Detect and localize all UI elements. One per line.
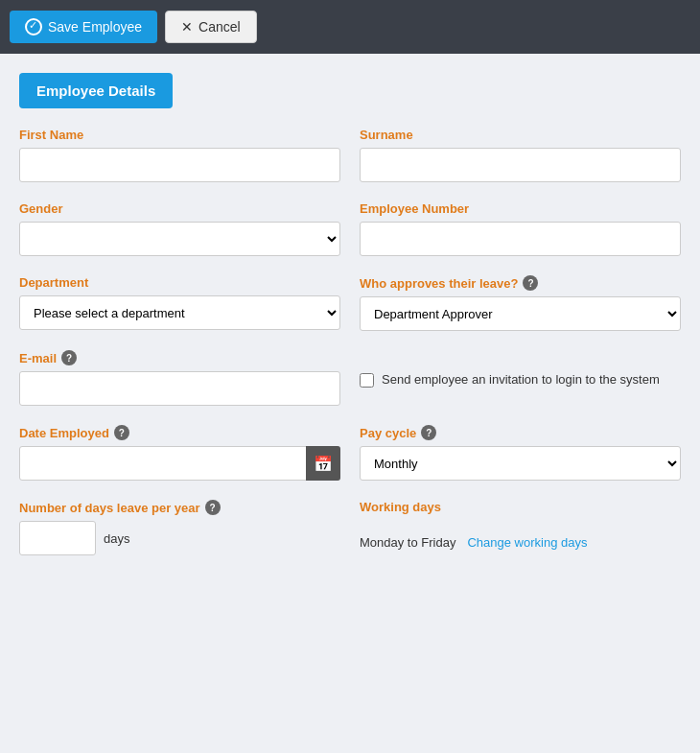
- date-employed-label: Date Employed ?: [19, 425, 340, 440]
- gender-select[interactable]: Male Female Other: [19, 222, 340, 256]
- pay-cycle-help-icon[interactable]: ?: [421, 425, 436, 440]
- department-group: Department Please select a department: [19, 275, 340, 331]
- cancel-x-icon: ✕: [181, 19, 193, 35]
- days-leave-help-icon[interactable]: ?: [205, 500, 221, 515]
- date-employed-help-icon[interactable]: ?: [114, 425, 129, 440]
- send-invitation-checkbox[interactable]: [360, 373, 374, 388]
- date-input-wrapper: 📅: [19, 446, 340, 481]
- approver-select[interactable]: Department Approver: [360, 296, 681, 331]
- save-button-label: Save Employee: [48, 19, 142, 35]
- toolbar: Save Employee ✕ Cancel: [0, 0, 700, 54]
- send-invitation-wrapper: Send employee an invitation to login to …: [360, 371, 681, 388]
- change-working-days-link[interactable]: Change working days: [467, 535, 587, 550]
- department-label: Department: [19, 275, 340, 290]
- first-name-label: First Name: [19, 128, 340, 142]
- row-leave-workdays: Number of days leave per year ? days Wor…: [19, 500, 681, 555]
- days-leave-label: Number of days leave per year ?: [19, 500, 340, 515]
- surname-input[interactable]: [360, 148, 681, 182]
- pay-cycle-select[interactable]: Monthly Weekly Bi-weekly: [360, 446, 681, 481]
- email-label: E-mail ?: [19, 350, 340, 365]
- cancel-button[interactable]: ✕ Cancel: [165, 11, 257, 43]
- gender-label: Gender: [19, 201, 340, 216]
- form-container: First Name Surname Gender Male Female Ot…: [19, 128, 681, 555]
- leave-days-wrapper: days: [19, 521, 340, 555]
- row-email-invite: E-mail ? Send employee an invitation to …: [19, 350, 681, 406]
- row-name: First Name Surname: [19, 128, 681, 182]
- approver-group: Who approves their leave? ? Department A…: [360, 275, 681, 331]
- employee-number-label: Employee Number: [360, 201, 681, 216]
- first-name-group: First Name: [19, 128, 340, 182]
- row-date-paycycle: Date Employed ? 📅 Pay cycle ? Monthly We…: [19, 425, 681, 481]
- cancel-button-label: Cancel: [198, 19, 241, 35]
- days-leave-input[interactable]: [19, 521, 96, 555]
- working-days-text: Monday to Friday: [360, 535, 455, 550]
- section-title: Employee Details: [36, 82, 155, 99]
- calendar-icon[interactable]: 📅: [306, 446, 340, 481]
- pay-cycle-label: Pay cycle ?: [360, 425, 681, 440]
- department-select[interactable]: Please select a department: [19, 295, 340, 330]
- checkmark-icon: [25, 18, 42, 35]
- main-content: Employee Details First Name Surname Gend…: [0, 54, 700, 753]
- invitation-group: Send employee an invitation to login to …: [360, 350, 681, 406]
- save-employee-button[interactable]: Save Employee: [10, 11, 157, 43]
- section-header: Employee Details: [19, 73, 173, 108]
- row-gender-empnum: Gender Male Female Other Employee Number: [19, 201, 681, 256]
- date-employed-group: Date Employed ? 📅: [19, 425, 340, 481]
- row-dept-approver: Department Please select a department Wh…: [19, 275, 681, 331]
- working-days-heading: Working days: [360, 500, 681, 514]
- surname-group: Surname: [360, 128, 681, 182]
- employee-number-group: Employee Number: [360, 201, 681, 256]
- email-input[interactable]: [19, 371, 340, 406]
- date-employed-input[interactable]: [19, 446, 340, 481]
- first-name-input[interactable]: [19, 148, 340, 182]
- email-help-icon[interactable]: ?: [61, 350, 77, 365]
- pay-cycle-group: Pay cycle ? Monthly Weekly Bi-weekly: [360, 425, 681, 481]
- working-days-value-row: Monday to Friday Change working days: [360, 535, 681, 550]
- gender-group: Gender Male Female Other: [19, 201, 340, 256]
- surname-label: Surname: [360, 128, 681, 142]
- approver-help-icon[interactable]: ?: [523, 275, 538, 291]
- approver-label: Who approves their leave? ?: [360, 275, 681, 291]
- email-group: E-mail ?: [19, 350, 340, 406]
- working-days-group: Working days Monday to Friday Change wor…: [360, 500, 681, 555]
- send-invitation-label: Send employee an invitation to login to …: [382, 371, 660, 388]
- days-leave-group: Number of days leave per year ? days: [19, 500, 340, 555]
- days-unit-label: days: [104, 531, 129, 546]
- employee-number-input[interactable]: [360, 222, 681, 256]
